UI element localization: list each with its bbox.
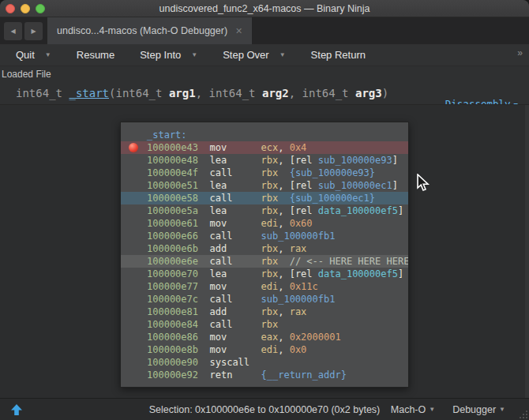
zoom-window-button[interactable] — [36, 4, 45, 13]
asm-row[interactable]: 100000e58 call rbx {sub_100000ec1} — [121, 192, 408, 204]
asm-row[interactable]: 100000e6b add rbx, rax — [121, 242, 408, 255]
asm-row[interactable]: 100000e77 mov edi, 0x11c — [121, 280, 408, 293]
step-over-button[interactable]: Step Over ▼ — [223, 49, 285, 61]
main-content: _start:100000e43 mov ecx, 0x4100000e48 l… — [0, 104, 529, 398]
asm-row[interactable]: 100000e66 call sub_100000fb1 — [121, 230, 408, 242]
binary-ninja-window: undiscovered_func2_x64-macos — Binary Ni… — [0, 0, 529, 420]
quit-dropdown-icon[interactable]: ▼ — [45, 51, 51, 58]
traffic-lights — [6, 4, 45, 13]
disassembly-panel[interactable]: _start:100000e43 mov ecx, 0x4100000e48 l… — [120, 122, 409, 388]
nav-back-button[interactable]: ◀ — [4, 22, 22, 40]
step-over-dropdown-icon[interactable]: ▼ — [280, 51, 286, 58]
view-mode-selector-dropdown[interactable]: Debugger ▼ — [452, 404, 505, 415]
forward-arrow-icon: ▶ — [31, 28, 36, 35]
asm-row[interactable]: 100000e7c call sub_100000fb1 — [121, 293, 408, 306]
asm-row[interactable]: 100000e8b mov edi, 0x0 — [121, 343, 408, 356]
nav-forward-button[interactable]: ▶ — [24, 22, 43, 40]
window-title: undiscovered_func2_x64-macos — Binary Ni… — [159, 3, 370, 14]
asm-row[interactable]: 100000e5a lea rbx, [rel data_100000ef5] — [121, 204, 408, 217]
asm-row[interactable]: 100000e6e call rbx // <-- HERE HERE HERE — [121, 255, 408, 268]
close-window-button[interactable] — [6, 4, 15, 13]
arch-selector-dropdown[interactable]: Mach-O ▼ — [391, 404, 435, 415]
titlebar: undiscovered_func2_x64-macos — Binary Ni… — [0, 0, 529, 17]
asm-row[interactable]: _start: — [121, 129, 408, 141]
toolbar-overflow-icon[interactable]: » — [517, 47, 523, 58]
back-arrow-icon: ◀ — [10, 28, 15, 35]
asm-row[interactable]: 100000e61 mov edi, 0x60 — [121, 217, 408, 230]
arch-caret-icon: ▼ — [429, 406, 435, 413]
status-bar: Selection: 0x100000e6e to 0x100000e70 (0… — [0, 398, 529, 420]
debugger-toolbar: Quit ▼ Resume Step Into ▼ Step Over ▼ St… — [0, 44, 529, 66]
asm-row[interactable]: 100000e4f call rbx {sub_100000e93} — [121, 167, 408, 179]
resize-grip-icon[interactable] — [518, 409, 528, 419]
asm-row[interactable]: 100000e48 lea rbx, [rel sub_100000e93] — [121, 154, 408, 167]
tab-label: undisco...4-macos (Mach-O Debugger) — [57, 25, 227, 36]
function-signature-row: int64_t _start(int64_t arg1, int64_t arg… — [0, 81, 529, 104]
asm-row[interactable]: 100000e92 retn {__return_addr} — [121, 369, 408, 381]
step-return-button[interactable]: Step Return — [311, 49, 366, 61]
tab-close-icon[interactable]: ✕ — [235, 26, 242, 36]
step-into-button[interactable]: Step Into ▼ — [140, 49, 197, 61]
asm-row[interactable]: 100000e51 lea rbx, [rel sub_100000ec1] — [121, 179, 408, 192]
view-mode-caret-icon: ▼ — [499, 406, 505, 413]
tab-bar: ◀ ▶ undisco...4-macos (Mach-O Debugger) … — [0, 17, 529, 44]
step-into-dropdown-icon[interactable]: ▼ — [191, 51, 197, 58]
resume-button[interactable]: Resume — [77, 49, 114, 61]
asm-row[interactable]: 100000e84 call rbx — [121, 318, 408, 331]
function-signature-code[interactable]: int64_t _start(int64_t arg1, int64_t arg… — [16, 87, 388, 99]
breakpoint-icon[interactable] — [129, 143, 138, 152]
asm-row[interactable]: 100000e81 add rbx, rax — [121, 306, 408, 318]
quit-button[interactable]: Quit ▼ — [16, 49, 51, 61]
disassembly-listing: _start:100000e43 mov ecx, 0x4100000e48 l… — [121, 129, 408, 381]
minimize-window-button[interactable] — [21, 4, 30, 13]
mouse-cursor-icon — [416, 174, 430, 193]
tab-debugger[interactable]: undisco...4-macos (Mach-O Debugger) ✕ — [47, 17, 252, 44]
header-area: Loaded File int64_t _start(int64_t arg1,… — [0, 66, 529, 104]
asm-row[interactable]: 100000e43 mov ecx, 0x4 — [121, 141, 408, 154]
asm-row[interactable]: 100000e90 syscall — [121, 356, 408, 369]
asm-row[interactable]: 100000e70 lea rbx, [rel data_100000ef5] — [121, 268, 408, 280]
scrollbar-track[interactable] — [525, 105, 529, 398]
asm-row[interactable]: 100000e86 mov eax, 0x2000001 — [121, 331, 408, 343]
loaded-file-label: Loaded File — [0, 66, 529, 81]
